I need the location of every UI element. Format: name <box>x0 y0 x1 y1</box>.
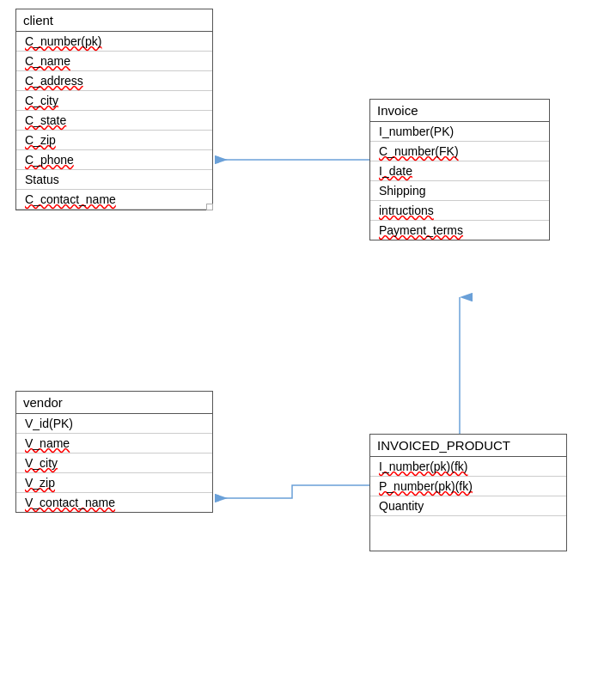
client-field-cstate: C_state <box>16 111 212 131</box>
client-field-cnumber: C_number(pk) <box>16 32 212 52</box>
vendor-field-vid-label: V_id(PK) <box>25 417 73 430</box>
client-table-header: client <box>16 9 212 32</box>
client-table-resize[interactable] <box>206 204 213 210</box>
invoice-field-instructions: intructions <box>370 201 549 221</box>
vendor-field-vcity: V_city <box>16 453 212 473</box>
invoice-field-payment-label: Payment_terms <box>379 223 463 237</box>
vendor-table-header: vendor <box>16 392 212 414</box>
client-field-czip: C_zip <box>16 131 212 150</box>
vendor-field-vname-label: V_name <box>25 436 70 450</box>
client-field-cstate-label: C_state <box>25 113 66 127</box>
client-field-cnumber-label: C_number(pk) <box>25 34 101 48</box>
ip-field-inumber: I_number(pk)(fk) <box>370 457 566 477</box>
invoice-field-cnumber: C_number(FK) <box>370 142 549 161</box>
ip-field-empty <box>370 516 566 551</box>
client-field-cphone-label: C_phone <box>25 153 74 167</box>
ip-field-inumber-label: I_number(pk)(fk) <box>379 460 467 473</box>
vendor-table: vendor V_id(PK) V_name V_city V_zip V_co… <box>15 391 213 513</box>
client-field-caddress-label: C_address <box>25 74 83 88</box>
invoice-table-header: Invoice <box>370 100 549 122</box>
ip-field-pnumber-label: P_number(pk)(fk) <box>379 479 473 493</box>
invoice-field-shipping: Shipping <box>370 181 549 201</box>
client-field-status-label: Status <box>25 173 59 186</box>
client-field-ccity: C_city <box>16 91 212 111</box>
client-field-cname-label: C_name <box>25 54 70 68</box>
client-field-czip-label: C_zip <box>25 133 56 147</box>
vendor-field-vname: V_name <box>16 434 212 453</box>
client-field-ccontact: C_contact_name <box>16 190 212 210</box>
client-field-status: Status <box>16 170 212 190</box>
invoice-field-inumber: I_number(PK) <box>370 122 549 142</box>
invoice-field-cnumber-label: C_number(FK) <box>379 144 459 158</box>
vendor-field-vid: V_id(PK) <box>16 414 212 434</box>
arrow-invoiced-to-vendor <box>215 485 369 498</box>
invoice-field-idate-label: I_date <box>379 164 412 178</box>
client-field-ccity-label: C_city <box>25 94 58 107</box>
ip-field-quantity: Quantity <box>370 496 566 516</box>
invoice-field-inumber-label: I_number(PK) <box>379 125 454 138</box>
vendor-field-vzip: V_zip <box>16 473 212 493</box>
invoice-table: Invoice I_number(PK) C_number(FK) I_date… <box>369 99 550 240</box>
invoice-field-instructions-label: intructions <box>379 204 434 217</box>
vendor-field-vcity-label: V_city <box>25 456 58 470</box>
ip-field-pnumber: P_number(pk)(fk) <box>370 477 566 496</box>
client-field-cphone: C_phone <box>16 150 212 170</box>
invoiced-product-table: INVOICED_PRODUCT I_number(pk)(fk) P_numb… <box>369 434 567 551</box>
vendor-field-vcontact-label: V_contact_name <box>25 496 115 509</box>
ip-field-quantity-label: Quantity <box>379 499 424 513</box>
invoice-field-payment: Payment_terms <box>370 221 549 240</box>
client-table: client C_number(pk) C_name C_address C_c… <box>15 9 213 210</box>
invoiced-product-table-header: INVOICED_PRODUCT <box>370 435 566 457</box>
client-field-caddress: C_address <box>16 71 212 91</box>
client-field-cname: C_name <box>16 52 212 71</box>
invoice-field-idate: I_date <box>370 161 549 181</box>
vendor-field-vcontact: V_contact_name <box>16 493 212 512</box>
client-field-ccontact-label: C_contact_name <box>25 192 116 206</box>
invoice-field-shipping-label: Shipping <box>379 184 426 198</box>
vendor-field-vzip-label: V_zip <box>25 476 55 490</box>
